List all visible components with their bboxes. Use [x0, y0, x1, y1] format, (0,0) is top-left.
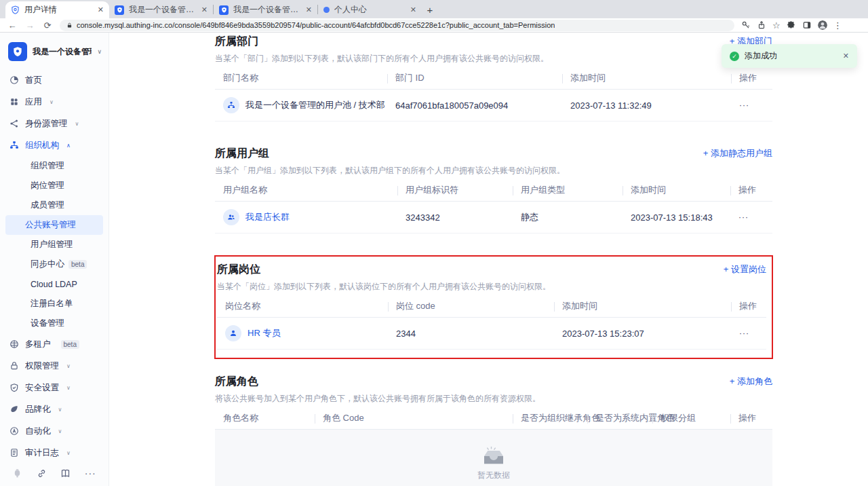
sidebar-item-automation[interactable]: 自动化 ∨ [0, 420, 108, 442]
new-tab-button[interactable]: + [422, 1, 438, 18]
sidebar-item-label: 身份源管理 [25, 118, 68, 130]
sidebar-item-label: 审计日志 [25, 447, 59, 459]
extensions-puzzle-icon[interactable] [787, 20, 796, 30]
share-icon[interactable] [757, 20, 766, 30]
sidebar-item-position-management[interactable]: 岗位管理 [5, 176, 103, 195]
sidebar-item-apps[interactable]: 应用 ∨ [0, 91, 108, 113]
user-group-icon [223, 209, 239, 225]
bookmark-star-icon[interactable]: ☆ [772, 20, 781, 31]
section-positions: 所属岗位 + 设置岗位 当某个「岗位」添加到以下列表，默认该岗位下的所有个人用户… [217, 262, 766, 350]
section-title: 所属部门 [215, 35, 258, 49]
roles-table: 角色名称 角色 Code 是否为组织继承角色 是否为系统内置角色 权限分组 操作 [215, 408, 772, 430]
assistant-lantern-icon[interactable] [12, 468, 22, 479]
browser-toolbar: ← → ⟳ console.mysql.authing-inc.co/conso… [0, 18, 868, 33]
section-description: 将该公共账号加入到某个用户角色下，默认该公共账号拥有所属于该角色的所有资源权限。 [215, 393, 772, 404]
tab-userpool-1[interactable]: 我是一个设备管理的用户池 ✕ [109, 1, 213, 18]
column-header: 操作 [730, 408, 772, 430]
tab-close-icon[interactable]: ✕ [410, 5, 416, 14]
side-panel-icon[interactable] [802, 20, 812, 30]
position-name-link[interactable]: HR 专员 [248, 327, 280, 339]
tab-close-icon[interactable]: ✕ [98, 5, 104, 14]
positions-table: 岗位名称 岗位 code 添加时间 操作 HR 专员 2344 2023-07-… [217, 296, 766, 350]
user-group-name-link[interactable]: 我是店长群 [245, 211, 290, 223]
link-icon[interactable] [37, 468, 47, 479]
authing-favicon-icon [219, 5, 229, 15]
sidebar-item-identity-sources[interactable]: 身份源管理 ∨ [0, 113, 108, 134]
sidebar-item-label: 设备管理 [31, 318, 64, 329]
tab-userpool-2[interactable]: 我是一个设备管理的用户池 ✕ [214, 1, 317, 18]
sidebar-item-label: 公共账号管理 [25, 219, 76, 231]
docs-book-icon[interactable] [60, 468, 71, 479]
pie-chart-icon [9, 75, 19, 85]
workspace-switcher[interactable]: 我是一个设备管理的... ∨ [0, 33, 108, 61]
column-header: 是否为组织继承角色 [513, 408, 587, 430]
sidebar: 我是一个设备管理的... ∨ 首页 应用 ∨ 身份源管理 ∨ 组织机构 ∧ 组织… [0, 33, 109, 486]
tab-close-icon[interactable]: ✕ [306, 5, 312, 14]
sidebar-item-label: 权限管理 [25, 360, 59, 372]
url-text: console.mysql.authing-inc.co/console/649… [77, 21, 555, 29]
globe-icon [9, 339, 19, 349]
browser-menu-icon[interactable]: ⋮ [833, 20, 842, 31]
lock-icon [9, 361, 19, 371]
column-header: 用户组名称 [215, 180, 397, 202]
automation-icon [9, 426, 19, 436]
added-time: 2023-07-13 15:18:43 [623, 202, 730, 233]
tab-close-icon[interactable]: ✕ [201, 5, 208, 14]
user-group-code: 3243342 [397, 202, 513, 233]
sidebar-item-sync-center[interactable]: 同步中心beta [5, 255, 103, 274]
sidebar-item-security-settings[interactable]: 安全设置 ∨ [0, 377, 108, 398]
dot-favicon-icon [323, 7, 330, 13]
back-icon[interactable]: ← [7, 20, 18, 31]
shield-favicon-icon [11, 5, 20, 14]
column-header: 添加时间 [623, 180, 730, 202]
add-role-button[interactable]: + 添加角色 [730, 375, 772, 388]
user-groups-table: 用户组名称 用户组标识符 用户组类型 添加时间 操作 我是店长群 3243342… [215, 180, 772, 233]
beta-badge: beta [68, 260, 87, 269]
add-static-user-group-button[interactable]: + 添加静态用户组 [703, 147, 772, 160]
sidebar-item-org-management[interactable]: 组织管理 [5, 156, 103, 176]
sidebar-item-permission-management[interactable]: 权限管理 ∨ [0, 355, 108, 377]
chevron-down-icon: ∨ [66, 363, 71, 369]
row-actions-button[interactable]: ··· [731, 318, 766, 350]
sidebar-item-label: 岗位管理 [31, 180, 64, 191]
chevron-down-icon: ∨ [58, 428, 62, 434]
tab-user-detail[interactable]: 用户详情 ✕ [5, 1, 109, 18]
reload-icon[interactable]: ⟳ [42, 20, 53, 31]
sidebar-item-home[interactable]: 首页 [0, 69, 108, 91]
toast-close-icon[interactable]: ✕ [843, 52, 849, 60]
chevron-down-icon: ∨ [58, 407, 62, 413]
sidebar-item-label: 品牌化 [25, 404, 51, 415]
sidebar-item-public-account-management[interactable]: 公共账号管理 [5, 215, 103, 235]
forward-icon[interactable]: → [24, 20, 35, 31]
share-nodes-icon [9, 119, 19, 128]
sidebar-item-multi-tenant[interactable]: 多租户 beta [0, 333, 108, 355]
row-actions-button[interactable]: ··· [730, 202, 772, 233]
department-icon [223, 97, 239, 113]
added-time: 2023-07-13 11:32:49 [562, 90, 731, 122]
sidebar-item-device-management[interactable]: 设备管理 [5, 314, 103, 333]
sidebar-item-cloud-ldap[interactable]: Cloud LDAP [5, 274, 103, 294]
sidebar-item-organization[interactable]: 组织机构 ∧ [0, 134, 108, 156]
profile-avatar[interactable] [818, 20, 827, 30]
sidebar-footer: ··· [0, 460, 108, 486]
more-icon[interactable]: ··· [85, 468, 96, 479]
set-position-button[interactable]: + 设置岗位 [724, 263, 766, 276]
section-description: 当某个「部门」添加到以下列表，默认该部门下的所有个人用户拥有该公共账号的访问权限… [215, 53, 772, 64]
success-check-icon: ✓ [730, 52, 739, 61]
row-actions-button[interactable]: ··· [731, 90, 772, 122]
column-header: 角色 Code [315, 408, 513, 430]
sidebar-item-user-group-management[interactable]: 用户组管理 [5, 235, 103, 255]
sidebar-item-register-whitelist[interactable]: 注册白名单 [5, 294, 103, 314]
sidebar-item-branding[interactable]: 品牌化 ∨ [0, 398, 108, 420]
section-title: 所属用户组 [215, 147, 269, 161]
sidebar-item-member-management[interactable]: 成员管理 [5, 195, 103, 215]
column-header: 权限分组 [652, 408, 730, 430]
section-title: 所属角色 [215, 375, 258, 389]
table-row: HR 专员 2344 2023-07-13 15:23:07 ··· [217, 318, 766, 350]
tab-personal-center[interactable]: 个人中心 ✕ [318, 1, 422, 18]
column-header: 部门名称 [215, 68, 387, 90]
authing-logo [8, 42, 27, 61]
sidebar-item-label: 组织管理 [31, 160, 64, 172]
password-key-icon[interactable] [741, 20, 751, 30]
address-bar[interactable]: console.mysql.authing-inc.co/console/649… [60, 20, 734, 31]
